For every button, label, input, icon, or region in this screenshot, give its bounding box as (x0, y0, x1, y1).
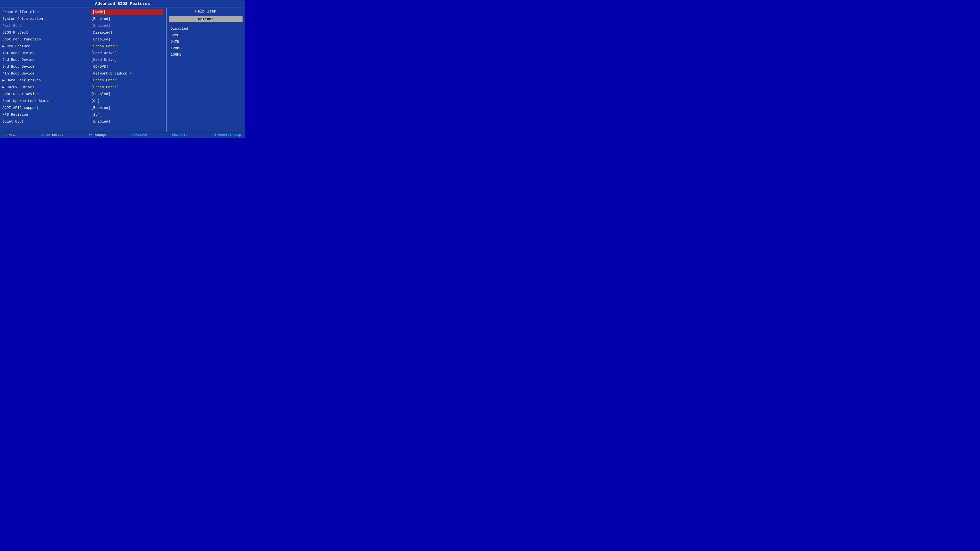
row-label-13: Boot Up Num-Lock Status (2, 98, 91, 104)
row-label-0: Frame Buffer Size (2, 9, 91, 15)
option-item-2[interactable]: 64MB (169, 39, 243, 45)
row-label-4: Boot menu function (2, 37, 91, 43)
bios-row-7[interactable]: 2nd Boot Device[Hard Drive] (0, 57, 166, 64)
row-label-3: BIOS Protect (2, 30, 91, 36)
row-label-1: System Optimization (2, 16, 91, 22)
option-item-4[interactable]: 256MB (169, 52, 243, 58)
main-content: Frame Buffer Size[64MB]System Optimizati… (0, 8, 245, 132)
help-title: Help Item (169, 9, 243, 14)
bios-row-8[interactable]: 3rd Boot Device[CD/DVD] (0, 64, 166, 70)
row-value-12: [Enabled] (91, 91, 164, 97)
option-item-3[interactable]: 128MB (169, 45, 243, 52)
row-value-5: [Press Enter] (91, 44, 164, 49)
bios-row-0[interactable]: Frame Buffer Size[64MB] (0, 9, 166, 16)
status-help: F1:General Help (212, 133, 241, 137)
status-select: Enter Select (41, 133, 64, 137)
bios-row-1[interactable]: System Optimization[Enabled] (0, 16, 166, 22)
status-change: +/- Change (88, 133, 107, 137)
bios-row-12[interactable]: Boot Other Device[Enabled] (0, 91, 166, 98)
row-value-3: [Disabled] (91, 30, 164, 36)
row-value-14: [Enabled] (91, 105, 164, 111)
row-label-16: Quiet Boot (2, 119, 91, 125)
bios-row-2[interactable]: Fast Boot[Enabled] (0, 22, 166, 29)
row-label-14: ACPI APIC support (2, 105, 91, 111)
row-value-16: [Enabled] (91, 119, 164, 125)
status-exit: ESC:Exit (172, 133, 187, 137)
bios-row-10[interactable]: ▶ Hard Disk Drives[Press Enter] (0, 77, 166, 84)
options-box-label: Options (169, 16, 243, 22)
row-label-11: ▶ CD/DVD Drives (2, 84, 91, 91)
row-value-4: [Enabled] (91, 37, 164, 43)
row-value-11: [Press Enter] (91, 84, 164, 91)
bios-row-5[interactable]: ▶ CPU Feature[Press Enter] (0, 43, 166, 50)
options-list: Disabled32MB64MB128MB256MB (169, 26, 243, 58)
row-label-8: 3rd Boot Device (2, 64, 91, 70)
bios-screen: Advanced BIOS Features Frame Buffer Size… (0, 0, 245, 138)
row-label-6: 1st Boot Device (2, 51, 91, 56)
row-value-9: [Network:Broadcom P] (91, 71, 164, 77)
bios-row-9[interactable]: 4th Boot Device[Network:Broadcom P] (0, 70, 166, 77)
right-panel: Help Item Options Disabled32MB64MB128MB2… (167, 8, 245, 132)
row-value-7: [Hard Drive] (91, 57, 164, 63)
row-value-8: [CD/DVD] (91, 64, 164, 70)
bios-row-16[interactable]: Quiet Boot[Enabled] (0, 118, 166, 125)
bios-row-6[interactable]: 1st Boot Device[Hard Drive] (0, 50, 166, 57)
bios-row-13[interactable]: Boot Up Num-Lock Status[On] (0, 98, 166, 105)
row-value-10: [Press Enter] (91, 78, 164, 84)
row-label-7: 2nd Boot Device (2, 57, 91, 63)
row-label-12: Boot Other Device (2, 91, 91, 97)
bios-row-3[interactable]: BIOS Protect[Disabled] (0, 29, 166, 36)
row-value-13: [On] (91, 98, 164, 104)
row-label-10: ▶ Hard Disk Drives (2, 78, 91, 84)
row-value-15: [1.4] (91, 112, 164, 118)
option-item-1[interactable]: 32MB (169, 32, 243, 39)
status-save: F10:Save (132, 133, 147, 137)
row-label-15: MPS Revision (2, 112, 91, 118)
bios-row-4[interactable]: Boot menu function[Enabled] (0, 36, 166, 43)
page-title: Advanced BIOS Features (0, 0, 245, 8)
bios-row-11[interactable]: ▶ CD/DVD Drives[Press Enter] (0, 84, 166, 91)
row-label-5: ▶ CPU Feature (2, 44, 91, 49)
bios-row-15[interactable]: MPS Revision[1.4] (0, 111, 166, 118)
status-move: ↑↓ Move (4, 133, 16, 137)
row-label-2: Fast Boot (2, 23, 91, 29)
status-bar: ↑↓ Move Enter Select +/- Change F10:Save… (0, 132, 245, 138)
option-item-0[interactable]: Disabled (169, 26, 243, 32)
row-value-2: [Enabled] (91, 23, 164, 29)
row-value-6: [Hard Drive] (91, 51, 164, 56)
bios-row-14[interactable]: ACPI APIC support[Enabled] (0, 105, 166, 111)
row-label-9: 4th Boot Device (2, 71, 91, 77)
row-value-1: [Enabled] (91, 16, 164, 22)
row-value-0: [64MB] (91, 9, 164, 15)
title-text: Advanced BIOS Features (95, 2, 150, 6)
left-panel: Frame Buffer Size[64MB]System Optimizati… (0, 8, 167, 132)
